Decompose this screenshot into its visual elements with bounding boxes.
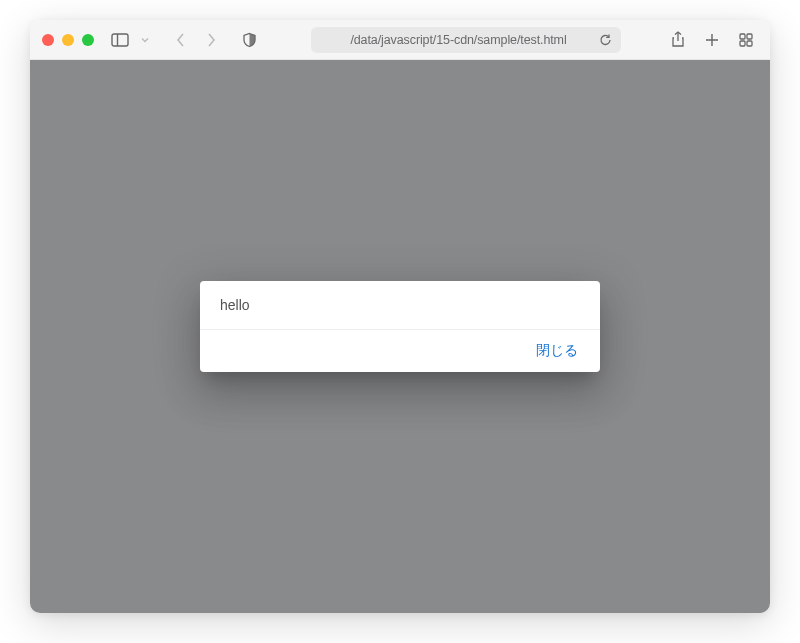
modal-dialog: hello 閉じる [200, 281, 600, 372]
reload-button[interactable] [597, 31, 615, 49]
page-content: hello 閉じる [30, 60, 770, 613]
share-icon [671, 31, 685, 48]
browser-toolbar: /data/javascript/15-cdn/sample/test.html [30, 20, 770, 60]
forward-button[interactable] [199, 28, 223, 52]
back-button[interactable] [169, 28, 193, 52]
share-button[interactable] [666, 28, 690, 52]
close-window-button[interactable] [42, 34, 54, 46]
sidebar-icon [111, 33, 129, 47]
svg-rect-0 [112, 34, 128, 46]
svg-rect-4 [740, 34, 745, 39]
privacy-report-button[interactable] [237, 28, 261, 52]
chevron-right-icon [206, 32, 216, 48]
browser-window: /data/javascript/15-cdn/sample/test.html [30, 20, 770, 613]
chevron-down-icon [141, 37, 149, 43]
close-button[interactable]: 閉じる [528, 338, 586, 364]
minimize-window-button[interactable] [62, 34, 74, 46]
sidebar-menu-button[interactable] [133, 28, 157, 52]
address-text: /data/javascript/15-cdn/sample/test.html [321, 33, 597, 47]
svg-rect-6 [740, 41, 745, 46]
svg-rect-7 [747, 41, 752, 46]
new-tab-button[interactable] [700, 28, 724, 52]
address-bar[interactable]: /data/javascript/15-cdn/sample/test.html [311, 27, 621, 53]
tab-overview-button[interactable] [734, 28, 758, 52]
grid-icon [739, 33, 753, 47]
chevron-left-icon [176, 32, 186, 48]
sidebar-toggle-button[interactable] [108, 28, 132, 52]
dialog-message: hello [200, 281, 600, 329]
window-controls [42, 34, 94, 46]
shield-icon [242, 32, 257, 48]
dialog-actions: 閉じる [200, 329, 600, 372]
svg-rect-5 [747, 34, 752, 39]
plus-icon [705, 33, 719, 47]
reload-icon [599, 33, 612, 47]
maximize-window-button[interactable] [82, 34, 94, 46]
